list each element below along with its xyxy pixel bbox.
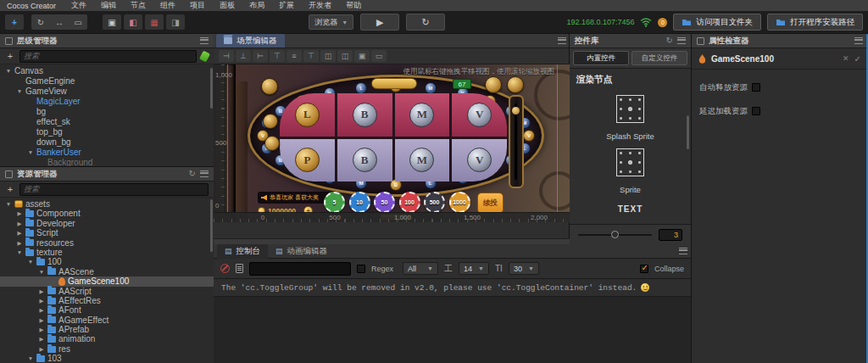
assets-search-input[interactable] (19, 183, 209, 196)
scale-tool-icon[interactable]: ↔ (50, 14, 69, 30)
open-project-folder-button[interactable]: 访问项目文件夹 (673, 14, 761, 31)
move-tool-icon[interactable]: + (5, 14, 24, 30)
expand-arrow-icon[interactable]: ▼ (5, 66, 12, 76)
align-tool-icon[interactable]: ◫ (320, 50, 336, 62)
play-button[interactable]: ▶ (360, 14, 399, 31)
grid-toggle-icon[interactable]: ▦ (145, 14, 164, 30)
asset-node-row[interactable]: ▶ res (0, 344, 214, 354)
console-menu-icon[interactable] (679, 248, 687, 254)
control-library-tab[interactable]: 自定义控件 (632, 51, 687, 65)
menu-item[interactable]: 扩展 (279, 0, 294, 11)
expand-arrow-icon[interactable]: ▼ (27, 354, 34, 363)
expand-arrow-icon[interactable]: ▶ (38, 344, 45, 354)
align-tool-icon[interactable]: ≡ (287, 50, 302, 62)
asset-node-row[interactable]: ▶ resources (0, 238, 214, 248)
hierarchy-node-row[interactable]: effect_sk (0, 117, 214, 127)
console-tab[interactable]: ▤ 动画编辑器 (268, 244, 335, 259)
rotate-tool-icon[interactable]: ↻ (31, 14, 50, 30)
asset-node-row[interactable]: ▼ texture (0, 248, 214, 257)
asset-node-row[interactable]: ▶ Developer (0, 219, 214, 228)
expand-arrow-icon[interactable]: ▼ (16, 87, 23, 97)
control-library-menu-icon[interactable] (677, 37, 686, 44)
expand-arrow-icon[interactable]: ▶ (38, 305, 45, 315)
align-tool-icon[interactable]: ⊤ (303, 50, 319, 62)
slider-knob[interactable] (611, 231, 619, 238)
clear-console-button[interactable] (220, 264, 230, 273)
menu-item[interactable]: 布局 (249, 0, 264, 11)
apply-check-icon[interactable]: ✓ (854, 54, 861, 64)
menu-item[interactable]: 面板 (220, 0, 235, 11)
add-asset-button[interactable]: + (5, 184, 15, 194)
expand-arrow-icon[interactable]: ▶ (38, 334, 45, 343)
align-tool-icon[interactable]: ▣ (354, 50, 370, 62)
align-tool-icon[interactable]: ◫ (337, 50, 353, 62)
expand-arrow-icon[interactable]: ▶ (38, 316, 45, 325)
control-item[interactable]: Splash Sprite (570, 95, 691, 141)
asset-node-row[interactable]: ▶ animation (0, 334, 214, 343)
asset-node-row[interactable]: ▶ AGameEffect (0, 316, 214, 325)
pivot-toggle-icon[interactable]: ▣ (103, 14, 121, 30)
asset-node-row[interactable]: ▼ assets (0, 199, 214, 209)
property-checkbox[interactable] (752, 83, 760, 92)
assets-scrollbar[interactable] (210, 199, 213, 252)
expand-arrow-icon[interactable]: ▼ (5, 199, 12, 209)
rect-tool-icon[interactable]: ▭ (69, 14, 87, 30)
scene-menu-icon[interactable] (558, 37, 566, 44)
font-size-dropdown[interactable]: 14 ▼ (459, 262, 489, 275)
menu-item[interactable]: 项目 (190, 0, 205, 11)
menu-item[interactable]: 文件 (71, 0, 86, 11)
expand-arrow-icon[interactable]: ▶ (38, 287, 45, 296)
hierarchy-node-row[interactable]: Background (0, 158, 214, 166)
expand-arrow-icon[interactable]: ▶ (16, 238, 23, 248)
console-filter-input[interactable] (249, 262, 351, 276)
hierarchy-scrollbar[interactable] (210, 68, 213, 109)
menu-item[interactable]: 帮助 (346, 0, 361, 11)
hierarchy-node-row[interactable]: top_bg (0, 127, 214, 137)
refresh-button[interactable]: ↻ (406, 14, 445, 31)
menu-item[interactable]: 编辑 (101, 0, 116, 11)
scene-viewport[interactable]: BMVLBMVLBMVLBMVLBMVLBMVL LBMVPBMV 67 恭喜玩… (214, 64, 570, 222)
notification-badge[interactable]: 0 (658, 18, 667, 27)
asset-node-row[interactable]: GameScene100 (0, 276, 214, 286)
control-item[interactable]: Sprite (570, 148, 691, 194)
tab-scene-editor[interactable]: 场景编辑器 (216, 34, 285, 47)
refresh-controls-icon[interactable]: ↻ (666, 36, 673, 45)
asset-node-row[interactable]: ▶ AFont (0, 305, 214, 315)
expand-arrow-icon[interactable]: ▼ (38, 267, 45, 276)
align-tool-icon[interactable]: ⊣ (219, 50, 234, 62)
control-library-scrollbar[interactable] (687, 115, 689, 149)
console-tab[interactable]: ▤ 控制台 (217, 244, 268, 259)
menu-item[interactable]: 节点 (131, 0, 146, 11)
assets-menu-icon[interactable] (200, 170, 209, 177)
icon-zoom-value[interactable]: 3 (659, 229, 682, 241)
asset-node-row[interactable]: ▼ AAScene (0, 267, 214, 276)
close-icon[interactable]: ✕ (843, 54, 849, 63)
align-tool-icon[interactable]: ⊥ (236, 50, 251, 62)
refresh-assets-icon[interactable]: ↻ (189, 170, 196, 178)
menu-item[interactable]: 组件 (160, 0, 175, 11)
asset-node-row[interactable]: ▼ 100 (0, 257, 214, 266)
edit-mode-icon[interactable] (199, 50, 210, 62)
open-install-path-button[interactable]: 打开程序安装路径 (767, 14, 863, 31)
hierarchy-node-row[interactable]: bg (0, 107, 214, 117)
control-library-tab[interactable]: 内置控件 (573, 51, 629, 65)
property-checkbox[interactable] (752, 107, 760, 115)
log-level-dropdown[interactable]: All ▼ (403, 262, 438, 275)
asset-node-row[interactable]: ▶ Component (0, 209, 214, 218)
expand-arrow-icon[interactable]: ▼ (16, 248, 23, 257)
coordinate-toggle-icon[interactable]: ◧ (124, 14, 142, 30)
asset-node-row[interactable]: ▶ AEffectRes (0, 296, 214, 305)
open-log-file-button[interactable] (236, 264, 243, 273)
asset-node-row[interactable]: ▶ APrefab (0, 325, 214, 334)
align-tool-icon[interactable]: ⊤ (270, 50, 285, 62)
icon-zoom-slider[interactable] (578, 234, 652, 236)
menu-item[interactable]: 开发者 (309, 0, 331, 11)
expand-arrow-icon[interactable]: ▶ (16, 209, 23, 218)
expand-arrow-icon[interactable]: ▶ (16, 228, 23, 237)
asset-node-row[interactable]: ▶ AAScript (0, 287, 214, 296)
hierarchy-node-row[interactable]: ▼ Canvas (0, 66, 214, 76)
hierarchy-search-input[interactable] (19, 50, 197, 63)
align-tool-icon[interactable]: ▭ (371, 50, 387, 62)
align-tool-icon[interactable]: ⊢ (253, 50, 268, 62)
hierarchy-node-row[interactable]: GameEngine (0, 76, 214, 87)
